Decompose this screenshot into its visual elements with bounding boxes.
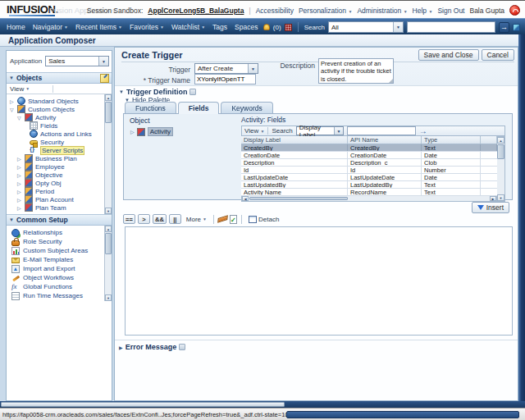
- description-textarea[interactable]: Prevent creation of an activity if the t…: [318, 58, 394, 84]
- tree-item-server-scripts[interactable]: Server Scripts: [7, 146, 112, 154]
- tab-fields[interactable]: Fields: [178, 102, 220, 114]
- tab-functions[interactable]: Functions: [125, 102, 176, 113]
- tree-item-activity[interactable]: ▽ Activity: [7, 113, 112, 121]
- scroll-down-icon[interactable]: ▼: [105, 208, 112, 214]
- advanced-search-icon[interactable]: [513, 24, 520, 31]
- scrollbar-thumb[interactable]: [105, 102, 112, 123]
- collapse-icon[interactable]: ▼: [9, 217, 14, 222]
- list-item-role-security[interactable]: Role Security: [7, 237, 112, 246]
- error-message-section-header[interactable]: ▶ Error Message: [115, 340, 518, 351]
- objects-tree-scrollbar[interactable]: ▲ ▼: [104, 94, 112, 214]
- nav-navigator-menu[interactable]: Navigator▼: [33, 23, 68, 31]
- script-editor-area[interactable]: [125, 226, 513, 336]
- detach-button[interactable]: Detach: [246, 216, 281, 223]
- more-menu[interactable]: More ▼: [184, 216, 209, 223]
- table-row[interactable]: Activity Name RecordName Text: [241, 189, 497, 196]
- tree-item-opty-obj[interactable]: ▷ Opty Obj: [7, 179, 112, 187]
- tree-item-plan-team[interactable]: ▷ Plan Team: [7, 203, 112, 212]
- validate-icon[interactable]: [230, 215, 237, 224]
- expand-icon[interactable]: ▷: [17, 156, 22, 162]
- section-options-icon[interactable]: [189, 89, 196, 95]
- scrollbar-thumb[interactable]: [1, 402, 285, 407]
- nav-watchlist-menu[interactable]: Watchlist▼: [171, 23, 205, 31]
- table-row[interactable]: LastUpdatedBy LastUpdatedBy Text: [241, 181, 497, 189]
- tree-item-period[interactable]: ▷ Period: [7, 187, 112, 195]
- palette-object-tree-item[interactable]: ▷ Activity: [130, 127, 173, 136]
- scroll-down-icon[interactable]: ▼: [105, 294, 112, 301]
- palette-object-label[interactable]: Activity: [148, 127, 173, 136]
- expand-icon[interactable]: ▶: [119, 345, 123, 350]
- save-and-close-button[interactable]: Save and Close: [418, 49, 479, 61]
- list-item-global-functions[interactable]: Global Functions: [7, 282, 112, 291]
- collapse-icon[interactable]: ▼: [119, 89, 124, 94]
- administration-menu[interactable]: Administration ▼: [357, 7, 407, 15]
- column-header-type[interactable]: Type: [422, 136, 481, 144]
- trigger-name-input[interactable]: [194, 74, 256, 84]
- expand-icon[interactable]: ▷: [10, 98, 15, 104]
- and-operator-button[interactable]: &&: [153, 214, 167, 224]
- collapse-icon[interactable]: ▼: [9, 75, 14, 80]
- tree-item-standard-objects[interactable]: ▷ Standard Objects: [7, 97, 112, 105]
- horizontal-scrollbar-track[interactable]: [0, 401, 525, 408]
- favorites-grid-icon[interactable]: [285, 24, 292, 31]
- scroll-down-icon[interactable]: ▼: [497, 194, 504, 201]
- accessibility-link[interactable]: Accessibility: [256, 7, 294, 15]
- help-menu[interactable]: Help ▼: [413, 7, 433, 15]
- nav-tags[interactable]: Tags: [212, 23, 227, 31]
- search-scope-select[interactable]: All▼: [328, 21, 404, 33]
- scrollbar-thumb[interactable]: [497, 144, 504, 159]
- common-setup-scrollbar[interactable]: ▲ ▼: [104, 226, 112, 301]
- sign-out-link[interactable]: Sign Out: [437, 7, 464, 15]
- search-go-button[interactable]: →: [499, 22, 509, 33]
- list-item-import-and-export[interactable]: Import and Export: [7, 264, 112, 273]
- eraser-icon[interactable]: [217, 215, 228, 222]
- table-view-menu[interactable]: View ▼: [244, 127, 264, 135]
- column-header-api-name[interactable]: API Name: [348, 136, 422, 144]
- chevron-down-icon[interactable]: ▼: [393, 22, 403, 32]
- greater-than-operator-button[interactable]: >: [138, 214, 150, 224]
- nav-favorites-menu[interactable]: Favorites▼: [130, 23, 164, 31]
- scroll-right-icon[interactable]: ▶: [490, 196, 496, 201]
- table-row[interactable]: Description Description_c Clob: [241, 159, 497, 167]
- list-item-relationships[interactable]: Relationships: [7, 228, 112, 237]
- tree-item-fields[interactable]: Fields: [7, 121, 112, 130]
- or-operator-button[interactable]: ||: [169, 214, 181, 224]
- objects-panel-header[interactable]: ▼ Objects: [7, 72, 112, 84]
- tree-item-business-plan[interactable]: ▷ Business Plan: [7, 154, 112, 162]
- nav-home[interactable]: Home: [7, 23, 25, 31]
- expand-icon[interactable]: ▷: [17, 180, 22, 186]
- cancel-button[interactable]: Cancel: [482, 49, 514, 61]
- scrollbar-thumb[interactable]: [249, 197, 348, 200]
- alerts-bell-icon[interactable]: [263, 24, 270, 30]
- tab-keywords[interactable]: Keywords: [221, 102, 272, 113]
- expand-icon[interactable]: ▷: [17, 172, 22, 178]
- search-input[interactable]: [407, 21, 495, 33]
- list-item-custom-subject-areas[interactable]: Custom Subject Areas: [7, 246, 112, 255]
- scroll-up-icon[interactable]: ▲: [105, 94, 112, 101]
- table-search-go-icon[interactable]: →: [419, 127, 427, 135]
- list-item-object-workflows[interactable]: Object Workflows: [7, 273, 112, 282]
- tree-item-employee[interactable]: ▷ Employee: [7, 162, 112, 171]
- collapse-icon[interactable]: ▽: [10, 107, 15, 112]
- table-row[interactable]: CreatedBy CreatedBy Text: [241, 144, 497, 152]
- common-setup-panel-header[interactable]: ▼ Common Setup: [7, 214, 112, 226]
- column-header-display-label[interactable]: Display Label: [241, 136, 348, 144]
- list-item-run-time-messages[interactable]: Run Time Messages: [7, 291, 112, 300]
- table-search-input[interactable]: [347, 126, 416, 135]
- section-options-icon[interactable]: [179, 344, 185, 350]
- expand-icon[interactable]: ▷: [17, 197, 22, 203]
- expand-icon[interactable]: ▷: [130, 129, 135, 135]
- scroll-left-icon[interactable]: ◀: [242, 196, 249, 201]
- collapse-icon[interactable]: ▽: [17, 115, 22, 121]
- expand-icon[interactable]: ▷: [17, 205, 22, 211]
- trigger-definition-section-header[interactable]: ▼ Trigger Definition: [115, 85, 518, 96]
- application-select[interactable]: Sales▼: [45, 56, 109, 66]
- nav-spaces[interactable]: Spaces: [235, 23, 258, 31]
- table-vertical-scrollbar[interactable]: ▲ ▼: [497, 136, 505, 202]
- session-sandbox-link[interactable]: ApplCoreLong5B_BalaGupta: [148, 7, 244, 15]
- personalization-menu[interactable]: Personalization ▼: [299, 7, 352, 15]
- scrollbar-thumb[interactable]: [105, 233, 112, 254]
- expand-icon[interactable]: ▷: [17, 164, 22, 170]
- tree-item-objective[interactable]: ▷ Objective: [7, 171, 112, 179]
- expand-icon[interactable]: ▷: [17, 189, 22, 194]
